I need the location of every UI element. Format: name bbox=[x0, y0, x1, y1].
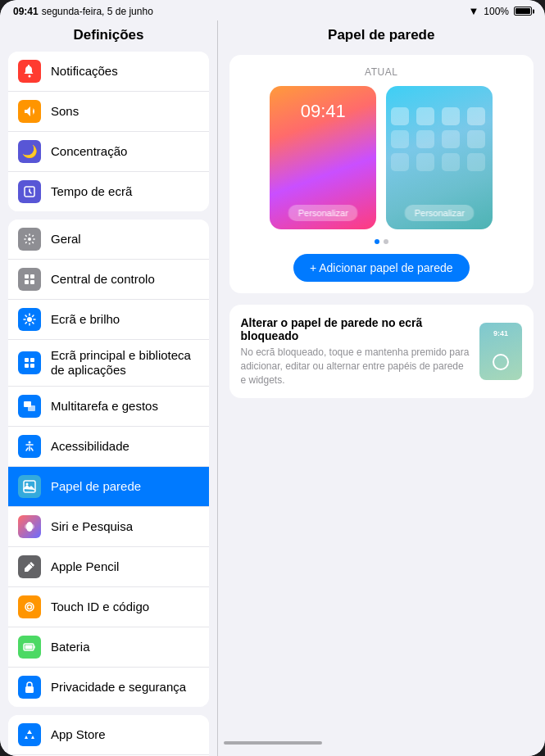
info-title: Alterar o papel de parede no ecrã bloque… bbox=[241, 316, 470, 342]
accessibility-label: Acessibilidade bbox=[51, 439, 129, 454]
battery-label: Bateria bbox=[51, 640, 90, 654]
info-desc: No ecrã bloqueado, toque e mantenha prem… bbox=[241, 346, 470, 387]
dots-row bbox=[241, 239, 523, 244]
touch-id-icon bbox=[18, 595, 41, 618]
sidebar-title: Definições bbox=[0, 20, 217, 52]
screen-time-label: Tempo de ecrã bbox=[51, 184, 132, 199]
control-center-icon bbox=[18, 268, 41, 291]
status-date: segunda-feira, 5 de junho bbox=[42, 6, 153, 17]
sidebar-item-appstore[interactable]: App Store bbox=[8, 715, 209, 755]
sidebar-item-apple-pencil[interactable]: Apple Pencil bbox=[8, 547, 209, 587]
add-wallpaper-button[interactable]: + Adicionar papel de parede bbox=[293, 254, 470, 282]
general-label: Geral bbox=[51, 232, 81, 247]
sidebar: Definições Notificações Sons bbox=[0, 20, 217, 756]
device-frame: 09:41 segunda-feira, 5 de junho ▼ 100% D… bbox=[0, 0, 545, 756]
svg-rect-8 bbox=[25, 358, 29, 362]
info-preview-circle bbox=[493, 354, 509, 370]
general-icon bbox=[18, 228, 41, 251]
appstore-label: App Store bbox=[51, 727, 106, 742]
wallpaper-time: 09:41 bbox=[301, 101, 346, 122]
privacy-label: Privacidade e segurança bbox=[51, 680, 186, 695]
wallpaper-previews: 09:41 Personalizar bbox=[241, 86, 523, 229]
panel-title: Papel de parede bbox=[218, 20, 546, 55]
wifi-icon: ▼ bbox=[468, 5, 479, 17]
sidebar-item-siri[interactable]: Siri e Pesquisa bbox=[8, 507, 209, 547]
sidebar-item-wallpaper[interactable]: Papel de parede bbox=[8, 467, 209, 507]
sidebar-item-home-screen[interactable]: Ecrã principal e biblioteca de aplicaçõe… bbox=[8, 340, 209, 387]
svg-rect-9 bbox=[30, 358, 34, 362]
svg-rect-6 bbox=[30, 280, 34, 284]
siri-icon bbox=[18, 515, 41, 538]
focus-label: Concentração bbox=[51, 144, 127, 159]
display-icon bbox=[18, 308, 41, 331]
info-section: Alterar o papel de parede no ecrã bloque… bbox=[229, 305, 534, 398]
accessibility-icon bbox=[18, 435, 41, 458]
sidebar-item-privacy[interactable]: Privacidade e segurança bbox=[8, 668, 209, 707]
sidebar-item-touch-id[interactable]: Touch ID e código bbox=[8, 587, 209, 627]
svg-point-16 bbox=[26, 483, 29, 486]
svg-rect-4 bbox=[30, 274, 34, 278]
section-label: ATUAL bbox=[241, 66, 523, 78]
screen-time-icon bbox=[18, 180, 41, 203]
home-indicator bbox=[224, 741, 322, 745]
touch-id-label: Touch ID e código bbox=[51, 600, 149, 614]
home-icon-4 bbox=[467, 107, 485, 125]
apple-pencil-label: Apple Pencil bbox=[51, 559, 119, 574]
svg-point-0 bbox=[29, 75, 31, 78]
sidebar-item-control-center[interactable]: Central de controlo bbox=[8, 260, 209, 300]
personalize-btn-1[interactable]: Personalizar bbox=[288, 205, 358, 221]
wallpaper-icon bbox=[18, 475, 41, 498]
sidebar-item-multitask[interactable]: Multitarefa e gestos bbox=[8, 387, 209, 427]
sidebar-item-battery[interactable]: Bateria bbox=[8, 627, 209, 668]
sidebar-group-3: App Store Carteira e Apple Pay bbox=[8, 715, 209, 756]
focus-icon: 🌙 bbox=[18, 140, 41, 163]
svg-rect-3 bbox=[25, 274, 29, 278]
lock-screen-wallpaper-card[interactable]: 09:41 Personalizar bbox=[270, 86, 376, 229]
apple-pencil-icon bbox=[18, 555, 41, 578]
home-icon-7 bbox=[442, 130, 460, 148]
main-content: Definições Notificações Sons bbox=[0, 20, 545, 756]
home-icon-10 bbox=[416, 153, 434, 171]
sidebar-group-2: Geral Central de controlo Ecrã e brilho bbox=[8, 220, 209, 707]
sounds-label: Sons bbox=[51, 104, 79, 119]
svg-point-2 bbox=[28, 238, 31, 241]
home-screen-label: Ecrã principal e biblioteca de aplicaçõe… bbox=[51, 348, 199, 378]
notifications-icon bbox=[18, 60, 41, 83]
battery-icon bbox=[514, 7, 532, 16]
multitask-label: Multitarefa e gestos bbox=[51, 399, 158, 414]
info-preview-time: 9:41 bbox=[493, 329, 508, 337]
battery-settings-icon bbox=[18, 636, 41, 659]
status-left: 09:41 segunda-feira, 5 de junho bbox=[13, 6, 153, 17]
home-icon-6 bbox=[416, 130, 434, 148]
status-right: ▼ 100% bbox=[468, 5, 532, 17]
personalize-btn-2[interactable]: Personalizar bbox=[405, 205, 475, 221]
notifications-label: Notificações bbox=[51, 64, 118, 79]
svg-rect-13 bbox=[28, 405, 35, 411]
home-icon-2 bbox=[416, 107, 434, 125]
privacy-icon bbox=[18, 676, 41, 699]
home-icon-12 bbox=[467, 153, 485, 171]
info-preview: 9:41 bbox=[479, 323, 522, 380]
sidebar-item-display[interactable]: Ecrã e brilho bbox=[8, 300, 209, 340]
home-screen-wallpaper-card[interactable]: Personalizar bbox=[386, 86, 493, 229]
svg-point-20 bbox=[28, 605, 32, 609]
dot-1 bbox=[375, 239, 379, 244]
home-icon-9 bbox=[391, 153, 409, 171]
sidebar-item-notifications[interactable]: Notificações bbox=[8, 52, 209, 92]
svg-rect-5 bbox=[25, 280, 29, 284]
svg-rect-11 bbox=[30, 364, 34, 368]
home-icon-8 bbox=[467, 130, 485, 148]
appstore-icon bbox=[18, 723, 41, 746]
sidebar-item-sounds[interactable]: Sons bbox=[8, 92, 209, 132]
sidebar-item-screen-time[interactable]: Tempo de ecrã bbox=[8, 172, 209, 211]
sidebar-item-focus[interactable]: 🌙 Concentração bbox=[8, 132, 209, 172]
home-screen-icons-grid bbox=[386, 102, 493, 176]
svg-point-7 bbox=[27, 317, 32, 322]
sidebar-item-general[interactable]: Geral bbox=[8, 220, 209, 260]
display-label: Ecrã e brilho bbox=[51, 312, 120, 327]
sidebar-item-accessibility[interactable]: Acessibilidade bbox=[8, 427, 209, 467]
battery-fill bbox=[515, 8, 530, 14]
wallpaper-label: Papel de parede bbox=[51, 479, 141, 494]
info-text: Alterar o papel de parede no ecrã bloque… bbox=[241, 316, 470, 387]
svg-point-18 bbox=[25, 523, 34, 530]
